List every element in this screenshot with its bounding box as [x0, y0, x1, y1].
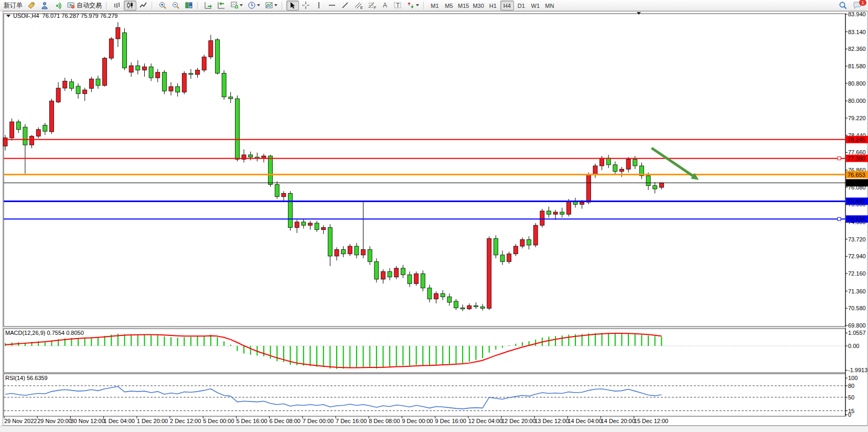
auto-trading-label: 自动交易	[77, 1, 102, 10]
timeframe-button-M15[interactable]: M15	[456, 1, 470, 10]
svg-text:5 Dec 00:00: 5 Dec 00:00	[203, 418, 234, 424]
chart-title: USOil-,H4 76.071 76.287 75.979 76.279	[6, 13, 117, 19]
tile-windows-icon	[185, 1, 193, 9]
gold-tag-icon	[27, 1, 36, 9]
zoom-in-button[interactable]	[156, 1, 169, 10]
svg-text:50: 50	[848, 394, 854, 401]
rsi-indicator-label: RSI(14) 56.6359	[5, 375, 48, 381]
svg-text:81.580: 81.580	[848, 63, 866, 69]
toolbar-separator	[282, 2, 284, 9]
zoom-in-icon	[158, 1, 167, 9]
timeframe-button-D1[interactable]: D1	[515, 1, 528, 10]
svg-text:77.390: 77.390	[848, 155, 865, 162]
auto-scroll-icon	[204, 1, 212, 9]
svg-text:13 Dec 12:00: 13 Dec 12:00	[534, 418, 569, 424]
indicators-button[interactable]	[228, 1, 245, 10]
line-chart-button[interactable]	[137, 1, 149, 10]
svg-text:29 Nov 2022: 29 Nov 2022	[4, 418, 37, 424]
timeframe-button-H1[interactable]: H1	[486, 1, 500, 10]
timeframe-button-H4[interactable]: H4	[500, 1, 514, 10]
toolbar-separator	[106, 2, 109, 9]
arrows-icon	[406, 1, 415, 9]
chart-window-frame	[3, 12, 868, 426]
svg-text:5 Dec 16:00: 5 Dec 16:00	[236, 418, 267, 424]
svg-text:73.720: 73.720	[848, 236, 866, 243]
timeframe-button-M30[interactable]: M30	[471, 1, 485, 10]
price-alert-button[interactable]	[25, 1, 38, 10]
new-order-button[interactable]: 新订单	[2, 1, 25, 10]
crosshair-icon	[302, 1, 310, 9]
toolbar-right-group: 1	[837, 1, 866, 10]
auto-scroll-button[interactable]	[202, 1, 215, 10]
svg-text:75.442: 75.442	[848, 198, 865, 204]
channel-button[interactable]: E	[352, 1, 365, 10]
svg-text:80: 80	[848, 383, 854, 389]
chevron-down-icon	[257, 4, 260, 6]
cursor-button[interactable]	[286, 1, 299, 10]
cursor-icon	[288, 1, 297, 9]
svg-text:9 Dec 16:00: 9 Dec 16:00	[435, 418, 466, 424]
trendline-button[interactable]	[339, 1, 351, 10]
arrows-button[interactable]	[404, 1, 421, 10]
contacts-button[interactable]	[38, 1, 51, 10]
signal-icon	[53, 1, 62, 9]
svg-text:30 Nov 12:00: 30 Nov 12:00	[70, 418, 104, 424]
svg-text:7 Dec 00:00: 7 Dec 00:00	[303, 418, 334, 424]
text-button[interactable]: A	[379, 1, 391, 10]
fibonacci-button[interactable]: F	[366, 1, 379, 10]
svg-text:80.000: 80.000	[848, 98, 866, 104]
person-icon	[40, 1, 49, 9]
svg-text:82.360: 82.360	[848, 46, 866, 52]
svg-text:83.940: 83.940	[848, 11, 866, 17]
timeframe-button-W1[interactable]: W1	[529, 1, 542, 10]
svg-text:74.634: 74.634	[848, 216, 865, 222]
text-icon: A	[381, 1, 389, 9]
svg-text:29 Nov 20:00: 29 Nov 20:00	[37, 418, 71, 424]
svg-text:F: F	[374, 6, 376, 9]
line-chart-icon	[139, 1, 147, 9]
zoom-out-button[interactable]	[169, 1, 182, 10]
timeframe-button-MN[interactable]: MN	[543, 1, 556, 10]
text-label-button[interactable]: T	[391, 1, 404, 10]
vertical-line-icon	[315, 1, 323, 9]
svg-text:1 Dec 04:00: 1 Dec 04:00	[104, 418, 135, 424]
templates-button[interactable]	[263, 1, 280, 10]
periods-button[interactable]	[245, 1, 262, 10]
time-axis-labels[interactable]: 29 Nov 202229 Nov 20:0030 Nov 12:001 Dec…	[4, 416, 668, 424]
signals-button[interactable]	[51, 1, 64, 10]
svg-text:0.00: 0.00	[848, 343, 859, 349]
svg-text:79.220: 79.220	[848, 115, 866, 121]
chart-title-text: USOil-,H4 76.071 76.287 75.979 76.279	[13, 13, 117, 19]
fibonacci-icon: F	[368, 1, 377, 9]
svg-text:7 Dec 16:00: 7 Dec 16:00	[336, 418, 367, 424]
svg-text:69.800: 69.800	[848, 322, 866, 329]
search-button[interactable]	[837, 1, 850, 10]
template-icon	[265, 1, 273, 9]
chart-shift-button[interactable]	[215, 1, 228, 10]
timeframe-button-M1[interactable]: M1	[428, 1, 442, 10]
tile-windows-button[interactable]	[183, 1, 195, 10]
svg-text:12 Dec 20:00: 12 Dec 20:00	[501, 418, 535, 424]
status-bar	[0, 426, 868, 432]
svg-text:9 Dec 00:00: 9 Dec 00:00	[402, 418, 433, 424]
search-icon	[839, 1, 848, 10]
vertical-line-button[interactable]	[313, 1, 325, 10]
svg-text:2 Dec 12:00: 2 Dec 12:00	[170, 418, 201, 424]
main-toolbar: 新订单 自动交易	[0, 0, 868, 11]
candlestick-chart-button[interactable]	[124, 1, 136, 10]
svg-text:A: A	[383, 2, 387, 9]
auto-trading-button[interactable]: 自动交易	[65, 1, 104, 10]
timeframe-button-M5[interactable]: M5	[442, 1, 456, 10]
channel-icon: E	[354, 1, 363, 9]
notifications-button[interactable]: 1	[851, 1, 864, 10]
svg-text:15 Dec 12:00: 15 Dec 12:00	[634, 418, 668, 424]
svg-text:78.245: 78.245	[848, 136, 865, 143]
pane-separators[interactable]	[4, 327, 845, 328]
bar-chart-button[interactable]	[111, 1, 123, 10]
symbol-dropdown-icon[interactable]	[6, 15, 10, 17]
chart-canvas[interactable]: 83.94083.14082.36081.58080.80080.00079.2…	[0, 0, 868, 426]
crosshair-button[interactable]	[299, 1, 312, 10]
horizontal-line-icon	[328, 1, 336, 9]
horizontal-line-button[interactable]	[326, 1, 338, 10]
trendline-icon	[341, 1, 349, 9]
